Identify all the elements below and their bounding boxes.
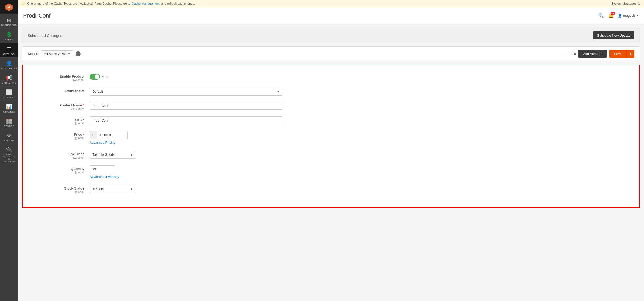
scope-help-icon[interactable]: ? bbox=[76, 51, 81, 56]
scope-right: ← Back Add Attribute Save ▼ bbox=[564, 50, 634, 58]
warning-text-pre: One or more of the Cache Types are inval… bbox=[27, 2, 130, 5]
sidebar-item-label: CATALOG bbox=[3, 53, 15, 55]
product-name-scope: [store view] bbox=[33, 107, 84, 110]
product-name-required: * bbox=[83, 103, 84, 107]
enable-product-value: Yes bbox=[102, 75, 107, 79]
save-dropdown-button[interactable]: ▼ bbox=[627, 50, 634, 58]
attribute-set-select-wrap: Default Custom ▼ bbox=[90, 88, 282, 96]
price-wrap: $ bbox=[90, 131, 629, 139]
price-label-col: Price * [global] bbox=[33, 131, 84, 140]
attribute-set-input-col: Default Custom ▼ bbox=[90, 88, 629, 96]
stock-status-scope: [global] bbox=[33, 190, 84, 193]
sidebar-item-label: SALES bbox=[5, 38, 13, 41]
tax-class-scope: [website] bbox=[33, 156, 84, 159]
content-area: Scheduled Changes Schedule New Update Sc… bbox=[18, 24, 644, 301]
sidebar-item-label: DASHBOARD bbox=[1, 24, 17, 27]
sku-input-col bbox=[90, 116, 629, 124]
back-button[interactable]: ← Back bbox=[564, 52, 576, 56]
tax-class-row: Tax Class [website] None Taxable Goods ▼ bbox=[33, 151, 629, 159]
save-button[interactable]: Save bbox=[609, 50, 627, 58]
sku-label-col: SKU * [global] bbox=[33, 116, 84, 125]
advanced-inventory-link[interactable]: Advanced Inventory bbox=[90, 175, 629, 179]
tax-class-input-col: None Taxable Goods ▼ bbox=[90, 151, 629, 159]
sidebar-item-label: MARKETING bbox=[2, 82, 16, 84]
warning-message: ⚠ One or more of the Cache Types are inv… bbox=[22, 2, 195, 6]
sidebar-logo: M bbox=[0, 0, 18, 14]
scheduled-changes-title: Scheduled Changes bbox=[28, 33, 62, 38]
price-label: Price * bbox=[74, 133, 85, 136]
price-required: * bbox=[83, 133, 84, 136]
add-attribute-button[interactable]: Add Attribute bbox=[578, 50, 607, 58]
product-name-label: Product Name * bbox=[59, 103, 84, 107]
product-name-row: Product Name * [store view] bbox=[33, 102, 629, 110]
sidebar-item-label: CONTENT bbox=[3, 96, 15, 99]
customers-icon: 👤 bbox=[6, 60, 12, 66]
user-icon: 👤 bbox=[618, 14, 622, 18]
stock-status-select[interactable]: In Stock Out of Stock bbox=[90, 185, 128, 193]
warning-text-post: and refresh cache types. bbox=[161, 2, 195, 5]
price-scope: [global] bbox=[33, 136, 84, 140]
attribute-set-row: Attribute Set Default Custom ▼ bbox=[33, 88, 629, 96]
tax-class-select[interactable]: None Taxable Goods bbox=[90, 151, 128, 158]
product-name-input[interactable] bbox=[90, 102, 282, 110]
main-content: ⚠ One or more of the Cache Types are inv… bbox=[18, 0, 644, 301]
back-label: Back bbox=[568, 52, 576, 56]
sidebar-item-marketing[interactable]: 📢 MARKETING bbox=[0, 72, 18, 86]
stock-status-label-col: Stock Status [global] bbox=[33, 185, 84, 193]
content-icon: ⬜ bbox=[6, 89, 12, 95]
warning-bar: ⚠ One or more of the Cache Types are inv… bbox=[18, 0, 644, 7]
save-button-group: Save ▼ bbox=[609, 50, 634, 58]
scheduled-changes-bar: Scheduled Changes Schedule New Update bbox=[22, 28, 640, 43]
attribute-set-select[interactable]: Default Custom bbox=[90, 88, 274, 95]
sidebar-item-customers[interactable]: 👤 CUSTOMERS bbox=[0, 57, 18, 72]
sidebar-item-label: REPORTS bbox=[3, 110, 15, 113]
sku-input[interactable] bbox=[90, 116, 282, 124]
sidebar-item-label: SYSTEM bbox=[4, 139, 14, 142]
quantity-label: Quantity bbox=[71, 167, 84, 171]
back-arrow-icon: ← bbox=[564, 52, 567, 56]
sidebar-item-find[interactable]: 🔌 FIND PARTNERS & EXTENSIONS bbox=[0, 144, 18, 165]
product-name-label-col: Product Name * [store view] bbox=[33, 102, 84, 110]
enable-product-toggle-wrap: Yes bbox=[90, 73, 629, 80]
sidebar-item-content[interactable]: ⬜ CONTENT bbox=[0, 86, 18, 101]
sku-label: SKU * bbox=[75, 118, 84, 122]
enable-product-scope: [website] bbox=[33, 78, 84, 81]
reports-icon: 📊 bbox=[6, 104, 12, 110]
marketing-icon: 📢 bbox=[6, 75, 12, 81]
system-messages: System Messages: 1 bbox=[611, 2, 640, 5]
sidebar-item-label: STORES bbox=[4, 125, 14, 127]
sidebar-item-reports[interactable]: 📊 REPORTS bbox=[0, 101, 18, 115]
user-name: magebit bbox=[623, 14, 635, 18]
sidebar-item-label: CUSTOMERS bbox=[1, 67, 17, 70]
sku-row: SKU * [global] bbox=[33, 116, 629, 125]
notifications-button[interactable]: 🔔 21 bbox=[608, 13, 614, 19]
warning-icon: ⚠ bbox=[22, 2, 25, 6]
enable-product-toggle[interactable] bbox=[90, 74, 100, 80]
cache-management-link[interactable]: Cache Management bbox=[132, 2, 159, 5]
store-view-selector[interactable]: All Store Views ▼ bbox=[41, 50, 73, 57]
quantity-scope: [global] bbox=[33, 171, 84, 174]
sidebar-item-catalog[interactable]: ◫ CATALOG bbox=[0, 43, 18, 57]
price-input[interactable] bbox=[97, 131, 128, 139]
product-name-input-col bbox=[90, 102, 629, 110]
product-form: Enable Product [website] Yes Attribute S… bbox=[22, 65, 640, 208]
sidebar-item-stores[interactable]: 🏬 STORES bbox=[0, 115, 18, 130]
search-icon[interactable]: 🔍 bbox=[598, 13, 604, 19]
quantity-input[interactable] bbox=[90, 165, 115, 173]
user-menu-arrow: ▼ bbox=[636, 14, 639, 17]
user-menu[interactable]: 👤 magebit ▼ bbox=[618, 14, 639, 18]
sidebar-item-system[interactable]: ⚙ SYSTEM bbox=[0, 130, 18, 144]
price-prefix: $ bbox=[90, 131, 97, 139]
quantity-input-col: Advanced Inventory bbox=[90, 165, 629, 179]
sidebar-item-sales[interactable]: 💲 SALES bbox=[0, 29, 18, 43]
enable-product-row: Enable Product [website] Yes bbox=[33, 73, 629, 81]
store-view-arrow: ▼ bbox=[68, 52, 70, 55]
schedule-new-update-button[interactable]: Schedule New Update bbox=[593, 31, 634, 39]
sales-icon: 💲 bbox=[6, 31, 12, 38]
sku-required: * bbox=[83, 118, 84, 122]
header-right: 🔍 🔔 21 👤 magebit ▼ bbox=[598, 13, 639, 19]
advanced-pricing-link[interactable]: Advanced Pricing bbox=[90, 141, 629, 144]
quantity-row: Quantity [global] Advanced Inventory bbox=[33, 165, 629, 179]
scope-label: Scope: bbox=[28, 52, 39, 56]
sidebar-item-dashboard[interactable]: ⊞ DASHBOARD bbox=[0, 14, 18, 29]
